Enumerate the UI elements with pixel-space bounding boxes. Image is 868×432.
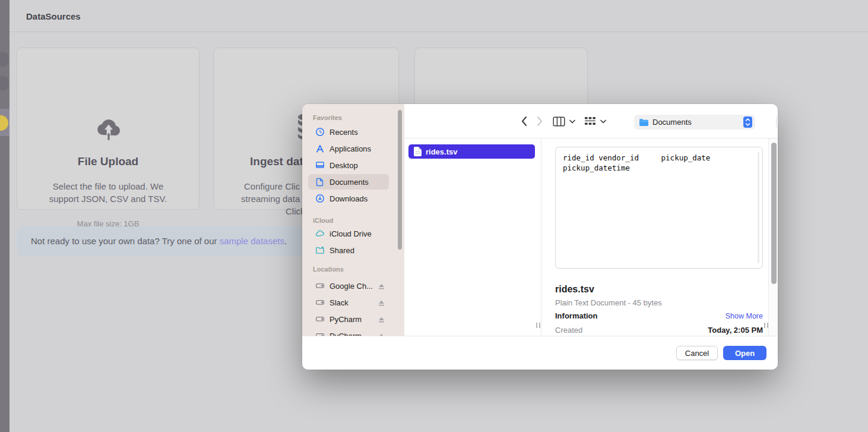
file-preview-text: ride_id vendor_id pickup_date pickup_dat…	[556, 147, 762, 178]
eject-icon[interactable]	[378, 316, 385, 323]
disk-icon	[315, 298, 325, 307]
disk-icon	[315, 281, 325, 291]
dialog-scrollbar[interactable]	[771, 143, 777, 284]
eject-icon[interactable]	[378, 282, 385, 290]
information-row: Information Show More	[555, 311, 763, 320]
created-value: Today, 2:05 PM	[708, 326, 763, 335]
app-nav-rail	[0, 0, 9, 432]
sidebar-section-favorites: Favorites	[313, 114, 342, 121]
file-upload-card[interactable]: File Upload Select the file to upload. W…	[17, 48, 199, 210]
card-description-frag: Configure Clic	[244, 180, 300, 193]
forward-button[interactable]	[536, 115, 544, 127]
sidebar-item-google-chrome[interactable]: Google Ch...	[308, 278, 389, 294]
shared-folder-icon	[315, 245, 325, 255]
appstore-icon	[315, 144, 325, 153]
file-row-rides-tsv[interactable]: rides.tsv	[408, 144, 535, 159]
group-view-button[interactable]	[584, 116, 606, 127]
eject-icon[interactable]	[378, 299, 385, 307]
sidebar-section-icloud: iCloud	[313, 217, 333, 224]
card-title: File Upload	[17, 155, 199, 168]
card-description-frag: streaming data	[241, 193, 300, 205]
document-icon	[315, 177, 325, 187]
banner-suffix: .	[284, 236, 287, 246]
rail-item-icon[interactable]	[0, 52, 8, 67]
created-label: Created	[555, 326, 582, 335]
sidebar-item-downloads[interactable]: Downloads	[308, 191, 389, 206]
clock-icon	[315, 127, 325, 137]
sidebar-item-recents[interactable]: Recents	[308, 124, 389, 140]
folder-icon	[639, 118, 649, 127]
column-divider	[541, 138, 541, 336]
card-description: Select the file to upload. We support JS…	[17, 180, 199, 205]
desktop-icon	[315, 160, 325, 170]
download-icon	[315, 194, 325, 203]
folder-dropdown[interactable]: Documents	[634, 115, 755, 130]
search-input[interactable]	[776, 115, 778, 129]
cloud-upload-icon	[95, 115, 122, 145]
file-preview: ride_id vendor_id pickup_date pickup_dat…	[555, 147, 763, 269]
folder-dropdown-label: Documents	[652, 118, 692, 127]
info-filename: rides.tsv	[555, 284, 594, 295]
sidebar-item-desktop[interactable]: Desktop	[308, 157, 389, 173]
banner-text: Not ready to use your own data? Try one …	[31, 236, 220, 246]
back-button[interactable]	[520, 115, 528, 127]
column-view-button[interactable]	[553, 116, 575, 127]
sidebar-item-shared[interactable]: Shared	[308, 242, 389, 258]
column-resize-handle[interactable]	[536, 323, 541, 328]
sidebar-item-icloud-drive[interactable]: iCloud Drive	[308, 226, 389, 241]
information-label: Information	[555, 311, 598, 320]
page-title: DataSources	[26, 11, 81, 21]
card-title: Ingest data	[250, 155, 309, 168]
dialog-toolbar: Documents	[404, 104, 778, 138]
file-name: rides.tsv	[426, 147, 457, 156]
dialog-scrollbar-track	[768, 138, 778, 336]
sidebar-item-applications[interactable]: Applications	[308, 141, 389, 156]
search-field	[776, 115, 778, 129]
stepper-icon	[743, 116, 752, 128]
sidebar-scrollbar[interactable]	[398, 110, 402, 250]
preview-scrollbar[interactable]	[758, 152, 759, 263]
disk-icon	[315, 314, 325, 324]
dialog-footer: Cancel Open	[302, 336, 778, 370]
sidebar-item-pycharm[interactable]: PyCharm	[308, 311, 389, 327]
sidebar-item-slack[interactable]: Slack	[308, 295, 389, 310]
file-icon	[414, 147, 422, 156]
open-button[interactable]: Open	[723, 346, 766, 360]
show-more-link[interactable]: Show More	[726, 312, 763, 320]
sidebar-section-locations: Locations	[313, 266, 344, 273]
dialog-sidebar: Favorites Recents Applications Desktop D…	[302, 104, 404, 370]
dialog-content: rides.tsv ride_id vendor_id pickup_date …	[404, 138, 778, 336]
cloud-icon	[315, 229, 325, 238]
sidebar-item-documents[interactable]: Documents	[308, 174, 389, 190]
info-kind: Plain Text Document - 45 bytes	[555, 298, 662, 307]
page-header: DataSources	[9, 0, 868, 32]
sample-datasets-link[interactable]: sample datasets	[220, 236, 284, 246]
created-row: Created Today, 2:05 PM	[555, 326, 763, 335]
screen: DataSources File Upload Select the file …	[0, 0, 868, 432]
cancel-button[interactable]: Cancel	[676, 346, 718, 360]
file-open-dialog: Favorites Recents Applications Desktop D…	[302, 104, 778, 370]
rail-item-icon[interactable]	[0, 76, 8, 90]
